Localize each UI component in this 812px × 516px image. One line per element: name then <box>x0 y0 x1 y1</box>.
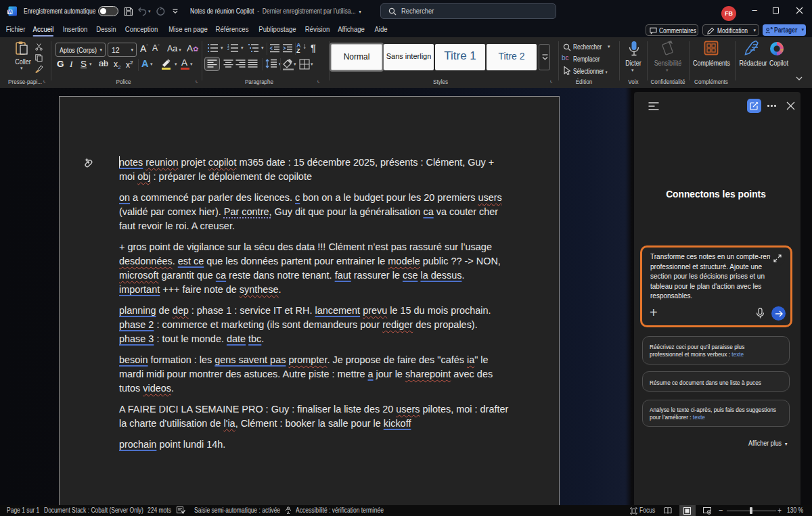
svg-text:W: W <box>8 9 13 14</box>
svg-text:2: 2 <box>227 47 229 51</box>
